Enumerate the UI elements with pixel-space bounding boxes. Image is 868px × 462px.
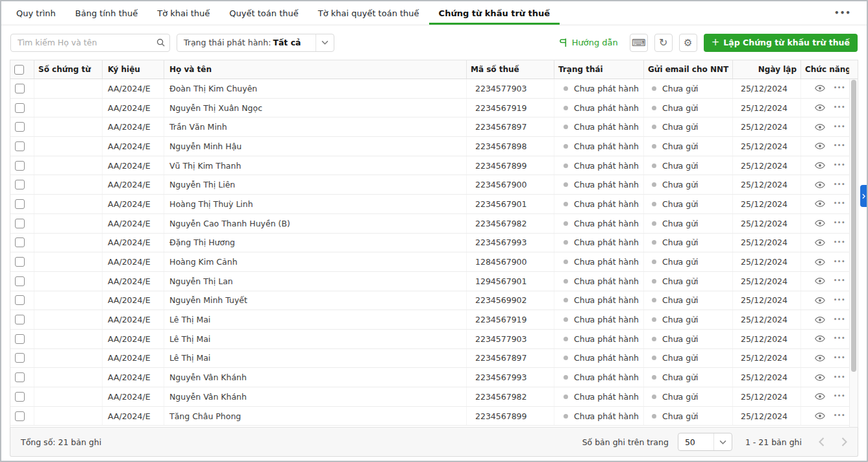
create-deduction-doc-button[interactable]: + Lập Chứng từ khấu trừ thuế — [704, 34, 858, 52]
row-checkbox[interactable] — [15, 180, 25, 189]
row-more-icon[interactable]: ••• — [834, 105, 845, 110]
row-more-icon[interactable]: ••• — [834, 278, 845, 284]
tab-3[interactable]: Tờ khai thuế — [147, 1, 219, 25]
row-checkbox[interactable] — [15, 103, 25, 113]
row-more-icon[interactable]: ••• — [834, 182, 845, 188]
view-icon[interactable] — [815, 162, 825, 169]
view-icon[interactable] — [815, 316, 825, 324]
issue-status-filter[interactable]: Trạng thái phát hành:Tất cả — [177, 34, 334, 52]
vertical-scrollbar[interactable] — [849, 79, 858, 427]
table-row[interactable]: AA/2024/ETrần Văn Minh2234567897Chưa phá… — [10, 117, 849, 137]
table-row[interactable]: AA/2024/ELê Thị Mai2234567919Chưa phát h… — [10, 310, 849, 330]
row-more-icon[interactable]: ••• — [834, 260, 845, 265]
tab-2[interactable]: Bảng tính thuế — [66, 1, 147, 25]
header-gui-email[interactable]: Gửi email cho NNT — [643, 60, 732, 79]
tab-4[interactable]: Quyết toán thuế — [219, 1, 308, 25]
view-icon[interactable] — [815, 200, 825, 208]
row-more-icon[interactable]: ••• — [834, 125, 845, 130]
view-icon[interactable] — [815, 297, 825, 304]
chevron-down-icon[interactable] — [316, 34, 334, 51]
row-more-icon[interactable]: ••• — [834, 356, 845, 361]
header-ho-va-ten[interactable]: Họ và tên — [164, 60, 466, 79]
row-more-icon[interactable]: ••• — [834, 394, 845, 399]
tab-6[interactable]: Chứng từ khấu trừ thuế — [429, 1, 560, 25]
view-icon[interactable] — [815, 335, 825, 343]
row-more-icon[interactable]: ••• — [834, 336, 845, 341]
row-checkbox[interactable] — [15, 411, 25, 421]
row-checkbox[interactable] — [15, 122, 25, 132]
refresh-button[interactable]: ↻ — [654, 34, 673, 52]
table-row[interactable]: AA/2024/EĐặng Thị Hương2234567993Chưa ph… — [10, 234, 849, 253]
row-checkbox[interactable] — [15, 237, 25, 247]
view-icon[interactable] — [815, 412, 825, 420]
row-checkbox[interactable] — [15, 276, 25, 286]
view-icon[interactable] — [815, 354, 825, 362]
select-all-checkbox[interactable] — [14, 65, 24, 75]
row-checkbox[interactable] — [15, 161, 25, 171]
row-more-icon[interactable]: ••• — [834, 317, 845, 322]
table-row[interactable]: AA/2024/ELê Thị Mai2234577903Chưa phát h… — [10, 330, 849, 349]
row-more-icon[interactable]: ••• — [834, 221, 845, 226]
table-row[interactable]: AA/2024/ETăng Châu Phong2234567899Chưa p… — [10, 407, 849, 426]
view-icon[interactable] — [815, 239, 825, 247]
row-checkbox[interactable] — [15, 295, 25, 305]
row-more-icon[interactable]: ••• — [834, 375, 845, 380]
settings-button[interactable]: ⚙ — [679, 34, 697, 52]
header-so-chung-tu[interactable]: Số chứng từ — [34, 60, 102, 79]
row-checkbox[interactable] — [15, 372, 25, 382]
header-trang-thai[interactable]: Trạng thái — [554, 60, 643, 79]
view-icon[interactable] — [815, 219, 825, 227]
search-icon[interactable] — [151, 38, 169, 47]
keyboard-shortcuts-button[interactable]: ⌨ — [630, 34, 648, 52]
row-more-icon[interactable]: ••• — [834, 86, 845, 91]
view-icon[interactable] — [815, 84, 825, 92]
row-more-icon[interactable]: ••• — [834, 413, 845, 419]
view-icon[interactable] — [815, 123, 825, 131]
table-row[interactable]: AA/2024/ENguyễn Thị Lan1294567901Chưa ph… — [10, 272, 849, 291]
header-ma-so-thue[interactable]: Mã số thuế — [466, 60, 554, 79]
row-checkbox[interactable] — [15, 315, 25, 324]
previous-page-icon[interactable] — [819, 437, 825, 446]
view-icon[interactable] — [815, 374, 825, 382]
row-more-icon[interactable]: ••• — [834, 143, 845, 149]
table-row[interactable]: AA/2024/EHoàng Kim Cảnh1284567900Chưa ph… — [10, 252, 849, 272]
row-checkbox[interactable] — [15, 84, 25, 93]
table-row[interactable]: AA/2024/ENguyễn Thị Liên2234567900Chưa p… — [10, 175, 849, 195]
row-checkbox[interactable] — [15, 334, 25, 344]
row-more-icon[interactable]: ••• — [834, 298, 845, 303]
row-checkbox[interactable] — [15, 257, 25, 267]
row-more-icon[interactable]: ••• — [834, 163, 845, 168]
view-icon[interactable] — [815, 258, 825, 266]
side-panel-toggle[interactable] — [860, 185, 867, 207]
page-size-select[interactable]: 50 — [678, 433, 732, 451]
tab-1[interactable]: Quy trình — [6, 1, 66, 25]
guide-link[interactable]: Hướng dẫn — [559, 38, 618, 47]
view-icon[interactable] — [815, 104, 825, 112]
table-row[interactable]: AA/2024/ENguyễn Cao Thanh Huyền (B)22345… — [10, 214, 849, 234]
row-more-icon[interactable]: ••• — [834, 201, 845, 206]
table-row[interactable]: AA/2024/EĐoàn Thị Kim Chuyên2234577903Ch… — [10, 79, 849, 99]
row-checkbox[interactable] — [15, 353, 25, 363]
table-row[interactable]: AA/2024/ELê Thị Mai2234567897Chưa phát h… — [10, 349, 849, 369]
table-row[interactable]: AA/2024/ENguyễn Vân Khánh2234567982Chưa … — [10, 387, 849, 407]
scrollbar-thumb[interactable] — [851, 80, 856, 372]
table-row[interactable]: AA/2024/EVũ Thị Kim Thanh2234567899Chưa … — [10, 156, 849, 176]
search-input[interactable] — [11, 38, 151, 47]
tab-5[interactable]: Tờ khai quyết toán thuế — [308, 1, 429, 25]
view-icon[interactable] — [815, 181, 825, 189]
table-row[interactable]: AA/2024/ENguyễn Minh Tuyết2234569902Chưa… — [10, 291, 849, 311]
table-row[interactable]: AA/2024/ENguyễn Vân Khánh2234567993Chưa … — [10, 368, 849, 387]
view-icon[interactable] — [815, 277, 825, 285]
row-checkbox[interactable] — [15, 199, 25, 209]
next-page-icon[interactable] — [841, 437, 847, 446]
tabbar-more-icon[interactable]: ••• — [819, 1, 867, 25]
header-ngay-lap[interactable]: Ngày lập — [732, 60, 800, 79]
view-icon[interactable] — [815, 142, 825, 150]
row-checkbox[interactable] — [15, 219, 25, 228]
row-more-icon[interactable]: ••• — [834, 240, 845, 245]
view-icon[interactable] — [815, 393, 825, 400]
header-ky-hieu[interactable]: Ký hiệu — [102, 60, 164, 79]
table-row[interactable]: AA/2024/ENguyễn Thị Xuân Ngọc2234567919C… — [10, 99, 849, 118]
table-row[interactable]: AA/2024/EHoàng Thị Thuỳ Linh2234567901Ch… — [10, 195, 849, 214]
row-checkbox[interactable] — [15, 392, 25, 402]
